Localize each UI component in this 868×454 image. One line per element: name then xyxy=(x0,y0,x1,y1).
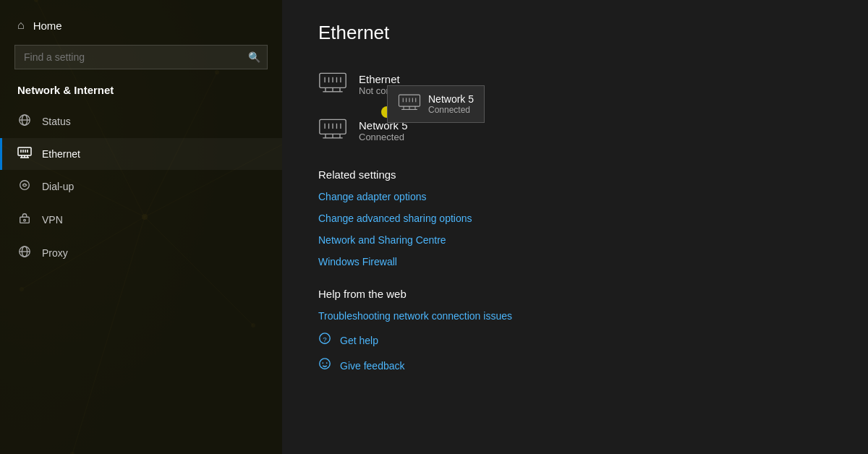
net5-network-icon xyxy=(318,118,347,144)
home-label: Home xyxy=(33,20,62,32)
svg-point-26 xyxy=(20,181,30,190)
svg-point-55 xyxy=(322,362,323,364)
related-settings: Related settings Change adapter options … xyxy=(318,168,832,267)
tooltip-network-icon xyxy=(398,93,421,115)
sidebar-item-status[interactable]: Status xyxy=(0,105,282,138)
net5-status: Connected xyxy=(359,132,408,142)
tooltip-popup: Network 5 Connected xyxy=(387,85,485,123)
tooltip-status: Connected xyxy=(428,105,474,115)
windows-firewall-link[interactable]: Windows Firewall xyxy=(318,256,832,267)
help-section: Help from the web Troubleshooting networ… xyxy=(318,288,832,374)
main-content: Ethernet Ethernet Not connected xyxy=(282,0,868,454)
give-feedback-label[interactable]: Give feedback xyxy=(340,360,405,372)
svg-point-54 xyxy=(320,359,330,369)
sidebar-item-dialup[interactable]: Dial-up xyxy=(0,170,282,203)
ethernet-icon xyxy=(17,147,32,161)
home-button[interactable]: ⌂ Home xyxy=(0,12,282,39)
change-sharing-link[interactable]: Change advanced sharing options xyxy=(318,213,832,224)
dialup-icon xyxy=(17,179,32,194)
tooltip-name: Network 5 xyxy=(428,93,474,105)
search-icon: 🔍 xyxy=(248,51,260,63)
help-heading: Help from the web xyxy=(318,288,832,300)
svg-rect-27 xyxy=(20,217,30,223)
network-sharing-centre-link[interactable]: Network and Sharing Centre xyxy=(318,234,832,246)
status-nav-label: Status xyxy=(42,116,71,127)
vpn-icon xyxy=(17,212,32,228)
related-settings-heading: Related settings xyxy=(318,168,832,181)
sidebar-item-vpn[interactable]: VPN xyxy=(0,203,282,236)
get-help-label[interactable]: Get help xyxy=(340,335,378,346)
proxy-icon xyxy=(17,245,32,261)
section-title: Network & Internet xyxy=(0,81,282,105)
svg-point-28 xyxy=(24,219,26,221)
proxy-nav-label: Proxy xyxy=(42,247,68,259)
search-container: 🔍 xyxy=(14,45,268,69)
ethernet-nav-label: Ethernet xyxy=(42,148,80,160)
sidebar: ⌂ Home 🔍 Network & Internet Status xyxy=(0,0,282,454)
ethernet-network-icon xyxy=(318,72,347,98)
troubleshooting-link[interactable]: Troubleshooting network connection issue… xyxy=(318,310,832,322)
give-feedback-item[interactable]: Give feedback xyxy=(318,357,832,374)
page-title: Ethernet xyxy=(318,22,832,44)
get-help-item[interactable]: ? Get help xyxy=(318,332,832,348)
tooltip-info: Network 5 Connected xyxy=(428,93,474,115)
globe-icon xyxy=(17,113,32,129)
svg-text:?: ? xyxy=(323,335,327,343)
search-input[interactable] xyxy=(14,45,268,69)
vpn-nav-label: VPN xyxy=(42,214,63,226)
sidebar-item-proxy[interactable]: Proxy xyxy=(0,236,282,270)
change-adapter-link[interactable]: Change adapter options xyxy=(318,191,832,202)
sidebar-item-ethernet[interactable]: Ethernet xyxy=(0,138,282,170)
home-icon: ⌂ xyxy=(17,19,25,32)
give-feedback-icon xyxy=(318,357,331,374)
svg-rect-17 xyxy=(18,147,31,155)
ethernet-name: Ethernet xyxy=(359,73,420,85)
dialup-nav-label: Dial-up xyxy=(42,181,74,192)
get-help-icon: ? xyxy=(318,332,331,348)
svg-point-56 xyxy=(326,362,328,364)
